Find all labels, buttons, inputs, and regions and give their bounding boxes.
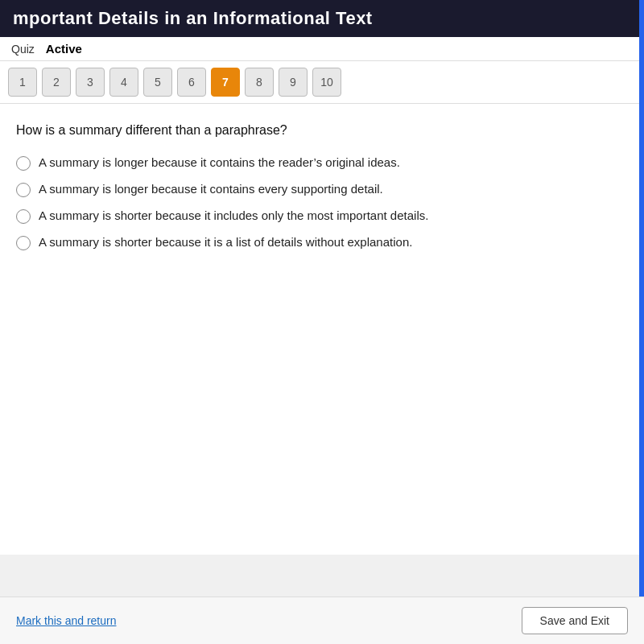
footer-bar: Mark this and return Save and Exit	[0, 597, 644, 644]
radio-d[interactable]	[16, 236, 31, 250]
nav-button-7[interactable]: 7	[211, 68, 240, 97]
question-navigation: 12345678910	[0, 61, 644, 104]
option-label-c: A summary is shorter because it includes…	[39, 208, 428, 222]
radio-a[interactable]	[16, 156, 31, 171]
side-accent-bar	[639, 0, 644, 644]
option-label-a: A summary is longer because it contains …	[39, 155, 400, 169]
active-status-label: Active	[46, 42, 82, 56]
page-title: mportant Details in an Informational Tex…	[0, 0, 644, 37]
nav-button-3[interactable]: 3	[76, 68, 105, 97]
answer-options-list: A summary is longer because it contains …	[16, 155, 628, 250]
option-label-d: A summary is shorter because it is a lis…	[39, 235, 412, 249]
nav-button-4[interactable]: 4	[109, 68, 138, 97]
nav-button-6[interactable]: 6	[177, 68, 206, 97]
quiz-status-bar: Quiz Active	[0, 37, 644, 61]
option-item-b[interactable]: A summary is longer because it contains …	[16, 182, 628, 197]
option-item-a[interactable]: A summary is longer because it contains …	[16, 155, 628, 171]
content-area: How is a summary different than a paraph…	[0, 104, 644, 555]
save-exit-button[interactable]: Save and Exit	[522, 607, 628, 634]
quiz-label: Quiz	[11, 43, 35, 56]
nav-button-1[interactable]: 1	[8, 68, 37, 97]
nav-button-9[interactable]: 9	[279, 68, 308, 97]
nav-button-2[interactable]: 2	[42, 68, 71, 97]
nav-button-8[interactable]: 8	[245, 68, 274, 97]
nav-button-5[interactable]: 5	[143, 68, 172, 97]
option-item-d[interactable]: A summary is shorter because it is a lis…	[16, 235, 628, 250]
header-title-text: mportant Details in an Informational Tex…	[13, 8, 373, 28]
option-item-c[interactable]: A summary is shorter because it includes…	[16, 208, 628, 224]
radio-b[interactable]	[16, 183, 31, 197]
radio-c[interactable]	[16, 209, 31, 224]
question-text: How is a summary different than a paraph…	[16, 123, 628, 138]
nav-button-10[interactable]: 10	[312, 68, 341, 97]
mark-return-link[interactable]: Mark this and return	[16, 614, 117, 627]
option-label-b: A summary is longer because it contains …	[39, 182, 383, 196]
